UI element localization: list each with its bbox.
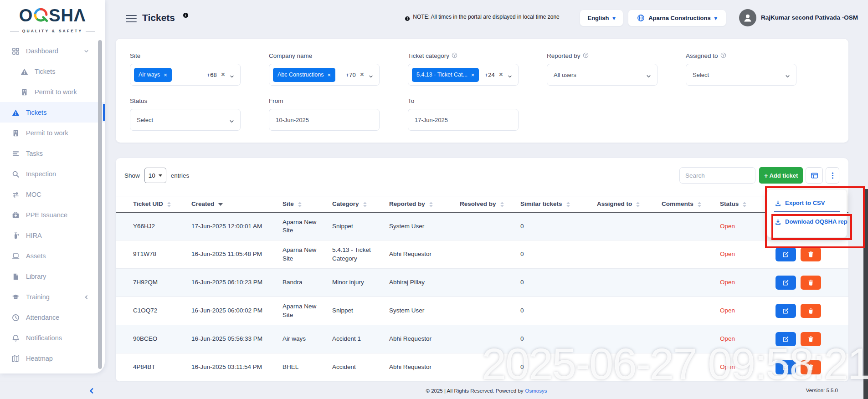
status-select[interactable]: Select	[130, 109, 241, 131]
column-header-resolved-by[interactable]: Resolved by	[460, 196, 520, 212]
sidebar-item-assets[interactable]: Assets	[0, 246, 105, 266]
sidebar-item-heatmap[interactable]: Heatmap	[0, 348, 105, 368]
column-header-reported-by[interactable]: Reported by	[389, 196, 460, 212]
from-date-input[interactable]: 10-Jun-2025	[269, 109, 380, 131]
add-ticket-button[interactable]: + Add ticket	[759, 167, 803, 184]
sidebar-item-training[interactable]: Training	[0, 286, 105, 307]
similar-tickets-cell: 0	[520, 240, 597, 269]
reported-by-select[interactable]: All users	[547, 64, 657, 86]
chevron-down-icon	[229, 72, 235, 77]
column-header-site[interactable]: Site	[282, 196, 332, 212]
filter-to-date: To 17-Jun-2025	[408, 97, 519, 131]
filter-reported-by: Reported by All users	[547, 52, 657, 86]
column-header-created[interactable]: Created	[191, 196, 282, 212]
user-name[interactable]: RajKumar second Pativada -OSM	[761, 14, 858, 21]
category-cell: 5.4.13 - Ticket Category	[332, 240, 389, 269]
reported-by-cell: Abhi Requestor	[389, 240, 460, 269]
assigned-to-select[interactable]: Select	[686, 64, 796, 86]
sort-icons	[298, 202, 302, 207]
clear-all-icon[interactable]: ×	[360, 71, 364, 78]
page-size-select[interactable]: 10	[144, 168, 166, 183]
delete-ticket-button[interactable]	[801, 332, 821, 346]
info-icon	[405, 14, 410, 20]
clear-all-icon[interactable]: ×	[499, 71, 503, 78]
company-selector[interactable]: Aparna Constructions ▾	[628, 10, 726, 26]
sidebar-item-dashboard[interactable]: Dashboard	[0, 41, 105, 61]
remove-chip-icon[interactable]: ×	[327, 72, 331, 78]
status-cell: Open	[720, 240, 772, 269]
sidebar-item-permit-to-work[interactable]: Permit to work	[0, 82, 105, 102]
clear-all-icon[interactable]: ×	[221, 71, 225, 78]
remove-chip-icon[interactable]: ×	[471, 72, 475, 78]
tickets-table-panel: Show 10 entries + Add ticket	[116, 158, 848, 382]
remove-chip-icon[interactable]: ×	[164, 72, 167, 78]
sort-descending-icon	[218, 203, 223, 206]
column-header-ticket-uid[interactable]: Ticket UID	[116, 196, 191, 212]
delete-ticket-button[interactable]	[801, 247, 821, 261]
sidebar-item-library[interactable]: Library	[0, 266, 105, 286]
category-multiselect[interactable]: 5.4.13 - Ticket Cat...× +24 ×	[408, 64, 519, 86]
edit-ticket-button[interactable]	[776, 304, 796, 318]
ticket-uid-cell: 90BCEO	[116, 325, 191, 353]
version-label: Version: 5.5.0	[806, 388, 838, 393]
sidebar-collapse-icon[interactable]	[87, 386, 96, 394]
sort-icons	[698, 202, 701, 207]
sidebar-scrollbar[interactable]	[98, 40, 102, 369]
delete-ticket-button[interactable]	[801, 360, 821, 374]
site-cell: Aparna New Site	[282, 297, 332, 325]
column-header-comments[interactable]: Comments	[662, 196, 720, 212]
site-multiselect[interactable]: Air ways× +68 ×	[130, 64, 241, 86]
trash-icon	[807, 364, 814, 371]
table-view-button[interactable]	[806, 167, 823, 184]
trash-icon	[807, 251, 814, 258]
column-header-status[interactable]: Status	[720, 196, 772, 212]
edit-ticket-button[interactable]	[776, 332, 796, 346]
delete-ticket-button[interactable]	[801, 276, 821, 290]
sidebar: O SHΛ QUALITY & SAFETY DashboardTicket	[0, 0, 105, 373]
table-view-icon	[811, 172, 818, 179]
company-multiselect[interactable]: Abc Constructions× +70 ×	[269, 64, 380, 86]
sidebar-item-attendance[interactable]: Attendance	[0, 307, 105, 327]
help-icon[interactable]	[583, 51, 589, 57]
ticket-row-7H92QM: 7H92QM16-Jun-2025 06:10:23 PMBandraMinor…	[116, 269, 848, 297]
sidebar-item-ppe-issuance[interactable]: PPE Issuance	[0, 205, 105, 225]
sidebar-item-moc[interactable]: MOC	[0, 184, 105, 205]
map-icon	[12, 354, 20, 363]
column-header-category[interactable]: Category	[332, 196, 389, 212]
help-icon[interactable]	[452, 51, 457, 57]
status-cell: Open	[720, 212, 772, 240]
more-options-button[interactable]	[826, 167, 839, 184]
sidebar-item-tickets[interactable]: Tickets	[0, 61, 105, 82]
info-icon[interactable]	[183, 11, 189, 17]
column-header-assigned-to[interactable]: Assigned to	[597, 196, 662, 212]
to-date-input[interactable]: 17-Jun-2025	[408, 109, 519, 131]
sidebar-item-inspection[interactable]: Inspection	[0, 164, 105, 184]
sidebar-item-tickets[interactable]: Tickets	[0, 102, 105, 123]
more-count: +68	[207, 72, 217, 78]
similar-tickets-cell: 0	[520, 325, 597, 353]
sidebar-item-notifications[interactable]: Notifications	[0, 327, 105, 348]
help-icon[interactable]	[720, 51, 726, 57]
status-badge: Open	[720, 363, 735, 370]
delete-ticket-button[interactable]	[801, 304, 821, 318]
ticket-row-Y66HJ2: Y66HJ217-Jun-2025 12:00:01 AMAparna New …	[116, 212, 848, 240]
sidebar-item-permit-to-work[interactable]: Permit to work	[0, 123, 105, 143]
column-header-similar-tickets[interactable]: Similar tickets	[520, 196, 597, 212]
comments-cell	[662, 240, 720, 269]
edit-ticket-button[interactable]	[776, 360, 796, 374]
hamburger-menu-icon[interactable]	[126, 15, 137, 22]
created-cell: 16-Jun-2025 03:11:54 PM	[191, 353, 282, 382]
comments-cell	[662, 212, 720, 240]
edit-ticket-button[interactable]	[776, 247, 796, 261]
user-avatar[interactable]	[739, 9, 756, 26]
search-input[interactable]	[679, 167, 755, 184]
status-badge: Open	[720, 223, 735, 230]
sort-icons	[743, 202, 746, 207]
sidebar-item-hira[interactable]: HIRA	[0, 225, 105, 246]
edit-ticket-button[interactable]	[776, 276, 796, 290]
language-selector[interactable]: English ▾	[580, 10, 623, 26]
osmosys-link[interactable]: Osmosys	[525, 388, 547, 394]
warning-icon	[21, 67, 29, 76]
firstaid-icon	[12, 211, 20, 219]
sidebar-item-tasks[interactable]: Tasks	[0, 143, 105, 164]
